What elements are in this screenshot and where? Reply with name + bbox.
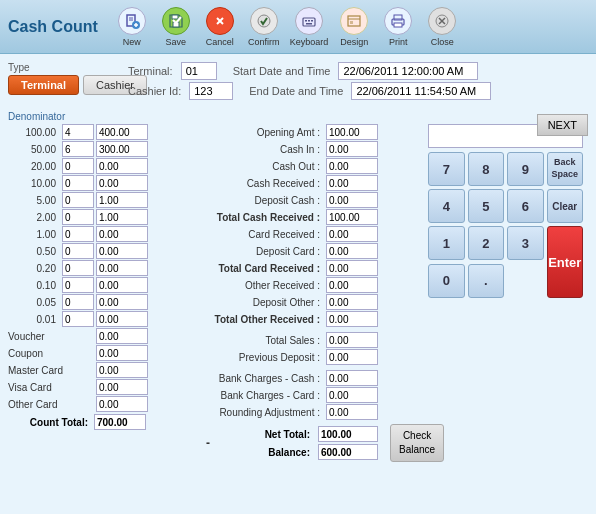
num-2-button[interactable]: 2: [468, 226, 505, 260]
count-total-input[interactable]: [94, 414, 146, 430]
denom-qty-11[interactable]: [62, 311, 94, 327]
print-icon: [384, 7, 412, 35]
rounding-input[interactable]: [326, 404, 378, 420]
backspace-button[interactable]: Back Space: [547, 152, 584, 186]
deposit-card-input[interactable]: [326, 243, 378, 259]
num-7-button[interactable]: 7: [428, 152, 465, 186]
bank-charges-card-input[interactable]: [326, 387, 378, 403]
numpad-column: 7 8 9 Back Space 4 5 6 Clear 1 2 3 Enter…: [428, 124, 588, 462]
denom-row-7: 0.50: [8, 243, 198, 259]
visacard-total[interactable]: [96, 379, 148, 395]
coupon-total[interactable]: [96, 345, 148, 361]
num-1-button[interactable]: 1: [428, 226, 465, 260]
numpad-grid: 7 8 9 Back Space 4 5 6 Clear 1 2 3 Enter…: [428, 152, 583, 298]
end-date-input[interactable]: [351, 82, 491, 100]
num-0-button[interactable]: 0: [428, 264, 465, 298]
denom-row-1: 50.00: [8, 141, 198, 157]
terminal-input[interactable]: [181, 62, 217, 80]
deposit-other-input[interactable]: [326, 294, 378, 310]
bank-charges-cash-input[interactable]: [326, 370, 378, 386]
minus-sign: -: [206, 436, 210, 450]
svg-rect-16: [306, 23, 312, 25]
denom-qty-1[interactable]: [62, 141, 94, 157]
denom-total-9[interactable]: [96, 277, 148, 293]
cash-in-row: Cash In :: [206, 141, 420, 157]
cash-received-row: Cash Received :: [206, 175, 420, 191]
keyboard-button[interactable]: Keyboard: [290, 7, 329, 47]
empty-cell: [507, 264, 544, 299]
denom-total-8[interactable]: [96, 260, 148, 276]
mastercard-total[interactable]: [96, 362, 148, 378]
new-button[interactable]: New: [114, 7, 150, 47]
denom-total-2[interactable]: [96, 158, 148, 174]
num-9-button[interactable]: 9: [507, 152, 544, 186]
svg-rect-17: [348, 16, 360, 26]
deposit-cash-input[interactable]: [326, 192, 378, 208]
othercard-total[interactable]: [96, 396, 148, 412]
total-card-received-input[interactable]: [326, 260, 378, 276]
terminal-button[interactable]: Terminal: [8, 75, 79, 95]
denom-qty-7[interactable]: [62, 243, 94, 259]
total-other-received-row: Total Other Received :: [206, 311, 420, 327]
denom-total-11[interactable]: [96, 311, 148, 327]
opening-amt-input[interactable]: [326, 124, 378, 140]
save-button[interactable]: Save: [158, 7, 194, 47]
next-button[interactable]: NEXT: [537, 114, 588, 136]
net-total-input[interactable]: [318, 426, 378, 442]
previous-deposit-input[interactable]: [326, 349, 378, 365]
cashier-label: Cashier Id:: [128, 85, 181, 97]
cashier-input[interactable]: [189, 82, 233, 100]
denom-total-0[interactable]: [96, 124, 148, 140]
other-received-input[interactable]: [326, 277, 378, 293]
denom-row-4: 5.00: [8, 192, 198, 208]
print-button[interactable]: Print: [380, 7, 416, 47]
num-8-button[interactable]: 8: [468, 152, 505, 186]
cancel-button[interactable]: Cancel: [202, 7, 238, 47]
denom-total-6[interactable]: [96, 226, 148, 242]
denom-total-4[interactable]: [96, 192, 148, 208]
count-total-label: Count Total:: [8, 417, 92, 428]
denom-qty-8[interactable]: [62, 260, 94, 276]
denom-total-5[interactable]: [96, 209, 148, 225]
design-button[interactable]: Design: [336, 7, 372, 47]
denom-total-3[interactable]: [96, 175, 148, 191]
total-sales-input[interactable]: [326, 332, 378, 348]
card-received-input[interactable]: [326, 226, 378, 242]
bank-charges-card-row: Bank Charges - Card :: [206, 387, 420, 403]
denom-total-10[interactable]: [96, 294, 148, 310]
enter-button[interactable]: Enter: [547, 226, 584, 298]
confirm-button[interactable]: Confirm: [246, 7, 282, 47]
denom-qty-3[interactable]: [62, 175, 94, 191]
total-cash-received-input[interactable]: [326, 209, 378, 225]
cash-received-input[interactable]: [326, 175, 378, 191]
total-other-received-input[interactable]: [326, 311, 378, 327]
denom-qty-4[interactable]: [62, 192, 94, 208]
new-icon: [118, 7, 146, 35]
dot-button[interactable]: .: [468, 264, 505, 298]
cash-in-input[interactable]: [326, 141, 378, 157]
type-buttons: Terminal Cashier: [8, 75, 147, 95]
denom-qty-2[interactable]: [62, 158, 94, 174]
close-button[interactable]: Close: [424, 7, 460, 47]
denominator-label: Denominator: [8, 111, 65, 122]
denom-total-7[interactable]: [96, 243, 148, 259]
info-row-1: Terminal: Start Date and Time: [128, 62, 478, 80]
num-6-button[interactable]: 6: [507, 189, 544, 223]
num-5-button[interactable]: 5: [468, 189, 505, 223]
start-date-label: Start Date and Time: [233, 65, 331, 77]
denom-qty-10[interactable]: [62, 294, 94, 310]
start-date-input[interactable]: [338, 62, 478, 80]
num-4-button[interactable]: 4: [428, 189, 465, 223]
voucher-total[interactable]: [96, 328, 148, 344]
denom-total-1[interactable]: [96, 141, 148, 157]
denom-row-10: 0.05: [8, 294, 198, 310]
denom-qty-6[interactable]: [62, 226, 94, 242]
num-3-button[interactable]: 3: [507, 226, 544, 260]
denom-qty-0[interactable]: [62, 124, 94, 140]
clear-button[interactable]: Clear: [547, 189, 584, 223]
visacard-row: Visa Card: [8, 379, 198, 395]
denom-qty-5[interactable]: [62, 209, 94, 225]
balance-input[interactable]: [318, 444, 378, 460]
cash-out-input[interactable]: [326, 158, 378, 174]
denom-qty-9[interactable]: [62, 277, 94, 293]
